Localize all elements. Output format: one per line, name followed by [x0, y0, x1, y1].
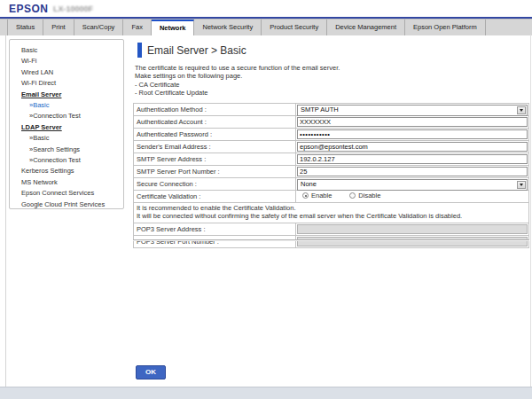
tab-status[interactable]: Status — [7, 20, 43, 35]
top-tab-bar: Status Print Scan/Copy Fax Network Netwo… — [0, 19, 532, 35]
tab-scan-copy[interactable]: Scan/Copy — [74, 20, 124, 35]
sidebar-item-wired-lan[interactable]: Wired LAN — [21, 67, 123, 78]
page-title-accent-bar — [137, 43, 142, 58]
radio-label: Enable — [311, 192, 332, 200]
table-row: Authenticated Password : — [134, 129, 528, 141]
sidebar-nav: Basic Wi-Fi Wired LAN Wi-Fi Direct Email… — [9, 39, 124, 209]
sidebar-item-basic[interactable]: Basic — [21, 45, 123, 56]
selected-value: SMTP AUTH — [298, 106, 527, 114]
note-line: It will be connected without confirming … — [137, 213, 528, 221]
content-frame-left — [5, 35, 6, 387]
field-label: Secure Connection : — [134, 178, 296, 190]
tab-network[interactable]: Network — [152, 20, 195, 35]
selected-value: None — [298, 180, 527, 189]
sidebar-item-epson-connect-services[interactable]: Epson Connect Services — [21, 188, 123, 199]
sidebar-item-wifi[interactable]: Wi-Fi — [21, 56, 123, 66]
field-label: POP3 Server Address : — [134, 223, 296, 235]
tab-print[interactable]: Print — [43, 20, 74, 35]
field-label: POP3 Server Port Number : — [134, 236, 296, 247]
sidebar-item-ldap-search-settings[interactable]: »Search Settings — [21, 145, 123, 155]
tab-fax[interactable]: Fax — [123, 20, 152, 35]
field-label: Authenticated Password : — [134, 129, 296, 140]
certificate-validation-enable-radio[interactable] — [302, 192, 309, 199]
field-label: Certificate Validation : — [134, 191, 296, 202]
table-row: Authenticated Account : — [134, 116, 528, 129]
table-row: Sender's Email Address : — [134, 141, 528, 153]
table-row: POP3 Server Port Number : — [134, 236, 528, 248]
authenticated-account-input[interactable] — [297, 117, 528, 127]
tab-epson-open-platform[interactable]: Epson Open Platform — [405, 20, 486, 35]
sidebar-item-ldap-basic[interactable]: »Basic — [21, 133, 123, 144]
table-row: POP3 Server Address : — [134, 223, 528, 236]
table-row: Secure Connection : None — [134, 178, 528, 191]
table-row: Certificate Validation : Enable Disable — [134, 191, 528, 203]
certificate-validation-disable-radio[interactable] — [349, 192, 356, 199]
sidebar-section-ldap-server[interactable]: LDAP Server — [21, 122, 123, 133]
senders-email-address-input[interactable] — [297, 142, 528, 152]
sidebar-item-email-server-basic[interactable]: »Basic — [21, 100, 123, 111]
email-server-settings-table: Authentication Method : SMTP AUTH Authen… — [133, 103, 529, 248]
description-line: The certificate is required to use a sec… — [135, 64, 340, 72]
sidebar-item-ms-network[interactable]: MS Network — [21, 177, 123, 188]
field-label: SMTP Server Port Number : — [134, 166, 296, 177]
table-row: Authentication Method : SMTP AUTH — [134, 104, 528, 116]
description-line: - Root Certificate Update — [135, 89, 340, 97]
smtp-server-address-input[interactable] — [297, 154, 528, 164]
smtp-server-port-input[interactable] — [297, 167, 528, 176]
app-header: EPSON LX-10000F — [0, 0, 532, 19]
authentication-method-select[interactable]: SMTP AUTH — [297, 105, 528, 116]
secure-connection-select[interactable]: None — [297, 179, 528, 191]
sidebar-item-wifi-direct[interactable]: Wi-Fi Direct — [21, 78, 123, 89]
sidebar-section-email-server[interactable]: Email Server — [21, 90, 123, 100]
page-footer-band — [0, 387, 532, 399]
page-description: The certificate is required to use a sec… — [135, 64, 340, 97]
pop3-server-address-input — [297, 224, 528, 234]
field-label: Sender's Email Address : — [134, 141, 296, 153]
radio-label: Disable — [358, 192, 380, 200]
sidebar-item-email-server-connection-test[interactable]: »Connection Test — [21, 111, 123, 121]
sidebar-item-google-cloud-print-services[interactable]: Google Cloud Print Services — [21, 200, 123, 210]
epson-logo: EPSON — [9, 3, 49, 15]
sidebar-item-kerberos-settings[interactable]: Kerberos Settings — [21, 166, 123, 176]
section-divider — [133, 239, 529, 241]
content-frame-right — [530, 35, 531, 387]
sidebar-item-ldap-connection-test[interactable]: »Connection Test — [21, 155, 123, 166]
authenticated-password-input[interactable] — [297, 129, 528, 139]
table-row: SMTP Server Port Number : — [134, 166, 528, 178]
table-row: SMTP Server Address : — [134, 153, 528, 166]
field-label: SMTP Server Address : — [134, 153, 296, 165]
printer-model-blurred: LX-10000F — [53, 4, 93, 13]
field-label: Authenticated Account : — [134, 116, 296, 128]
ok-button[interactable]: OK — [136, 365, 166, 379]
page-title: Email Server > Basic — [147, 44, 246, 57]
field-label: Authentication Method : — [134, 104, 296, 115]
tab-network-security[interactable]: Network Security — [194, 20, 262, 35]
chevron-down-icon — [517, 106, 526, 114]
chevron-down-icon — [517, 181, 526, 189]
certificate-validation-note: It is recommended to enable the Certific… — [134, 203, 528, 223]
description-line: - CA Certificate — [135, 81, 340, 89]
description-line: Make settings on the following page. — [135, 72, 340, 80]
tab-device-management[interactable]: Device Management — [327, 20, 405, 35]
tab-product-security[interactable]: Product Security — [262, 20, 327, 35]
pop3-server-port-input — [297, 237, 528, 246]
